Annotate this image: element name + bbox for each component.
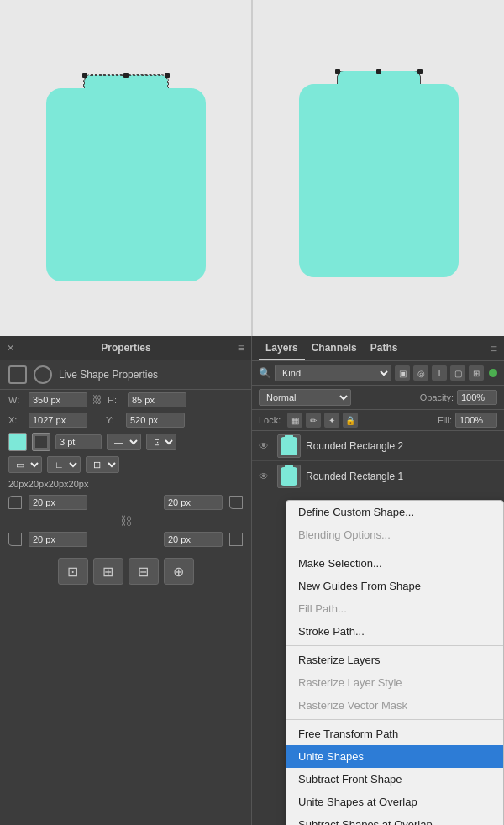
stroke-dash-select[interactable]: ⊞ [86, 456, 119, 473]
lock-icons: ▦ ✏ ✦ 🔒 [287, 412, 358, 428]
align-btn-4[interactable]: ⊕ [164, 558, 194, 585]
panel-title: Properties [101, 342, 150, 354]
chain-icon[interactable]: ⛓ [120, 514, 132, 528]
opacity-input[interactable] [457, 390, 497, 405]
panel-footer-buttons: ⊡ ⊞ ⊟ ⊕ [0, 549, 251, 593]
corner-radius-label: 20px20px20px20px [0, 476, 251, 492]
layers-search-row: 🔍 Kind ▣ ◎ T ▢ ⊞ [252, 361, 504, 386]
canvas-left [0, 0, 251, 336]
corner-top-row [0, 492, 251, 512]
lock-artboard-btn[interactable]: 🔒 [343, 412, 358, 428]
tab-paths[interactable]: Paths [364, 336, 405, 360]
layer-item-2[interactable]: 👁 Rounded Rectangle 2 [252, 431, 504, 461]
properties-panel: ✕ Properties ≡ Live Shape Properties W: … [0, 336, 252, 825]
corner-tr-icon [229, 496, 243, 509]
stroke-width-input[interactable] [55, 434, 102, 449]
corner-br-input[interactable] [164, 532, 223, 547]
layer-thumb-inner-2 [281, 437, 297, 455]
w-label: W: [8, 395, 24, 405]
menu-unite-shapes[interactable]: Unite Shapes [286, 745, 503, 768]
rhandle-tl [335, 69, 340, 74]
menu-unite-overlap[interactable]: Unite Shapes at Overlap [286, 791, 503, 813]
tab-layers[interactable]: Layers [259, 336, 305, 360]
stroke-align-select[interactable]: ⊡ [146, 434, 176, 450]
layer-name-2: Rounded Rectangle 2 [306, 440, 497, 452]
layer-eye-1[interactable]: 👁 [259, 470, 272, 482]
align-btn-1[interactable]: ⊡ [58, 558, 88, 585]
layer-eye-2[interactable]: 👁 [259, 440, 272, 452]
menu-new-guides[interactable]: New Guides From Shape [286, 575, 503, 597]
layer-name-1: Rounded Rectangle 1 [306, 470, 497, 482]
menu-rasterize-layers[interactable]: Rasterize Layers [286, 649, 503, 671]
handle-tr [165, 73, 170, 78]
panel-close-button[interactable]: ✕ [7, 343, 14, 354]
clipboard-shape-right [299, 67, 459, 269]
filter-shape-icon[interactable]: ▢ [450, 365, 465, 381]
align-btn-2[interactable]: ⊞ [93, 558, 123, 585]
canvas-right [253, 0, 504, 336]
fill-label: Fill: [438, 415, 452, 425]
chain-link-row: ⛓ [0, 512, 251, 529]
menu-stroke-path[interactable]: Stroke Path... [286, 620, 503, 643]
clipboard-body-left [46, 88, 206, 281]
menu-subtract-front[interactable]: Subtract Front Shape [286, 768, 503, 791]
menu-define-custom-shape[interactable]: Define Custom Shape... [286, 501, 503, 523]
layers-blending-row: Normal Opacity: [252, 386, 504, 410]
h-label: H: [108, 395, 123, 405]
filter-smart-icon[interactable]: ⊞ [469, 365, 484, 381]
bottom-area: ✕ Properties ≡ Live Shape Properties W: … [0, 336, 504, 825]
corner-bl-input[interactable] [29, 532, 87, 547]
layer-item-1[interactable]: 👁 Rounded Rectangle 1 [252, 461, 504, 491]
tab-channels[interactable]: Channels [305, 336, 364, 360]
menu-sep-2 [286, 645, 503, 646]
filter-adjustment-icon[interactable]: ◎ [413, 365, 428, 381]
handle-tl [82, 73, 87, 78]
corner-tr-input[interactable] [164, 495, 223, 510]
menu-rasterize-mask: Rasterize Vector Mask [286, 694, 503, 717]
h-input[interactable] [128, 392, 186, 407]
menu-sep-1 [286, 549, 503, 549]
wh-row: W: ⛓ H: [0, 390, 251, 410]
handle-tm [123, 73, 129, 78]
lock-transparent-btn[interactable]: ▦ [287, 412, 302, 428]
menu-make-selection[interactable]: Make Selection... [286, 552, 503, 575]
x-input[interactable] [29, 412, 87, 428]
filter-pixel-icon[interactable]: ▣ [395, 365, 410, 381]
link-icon-wh: ⛓ [92, 394, 102, 406]
color-stroke-row: — ⊡ [0, 430, 251, 454]
w-input[interactable] [29, 392, 87, 407]
stroke-join-select[interactable]: ∟ [47, 456, 81, 473]
layers-menu-icon[interactable]: ≡ [491, 342, 497, 355]
panel-header: ✕ Properties ≡ [0, 336, 251, 360]
live-shape-label: Live Shape Properties [59, 369, 158, 381]
corner-tl-input[interactable] [29, 495, 87, 510]
stroke-color-swatch[interactable] [32, 433, 50, 451]
menu-sep-3 [286, 719, 503, 720]
stroke-type-select[interactable]: — [107, 434, 141, 450]
stroke-cap-select[interactable]: ▭ [8, 456, 42, 473]
clipboard-shape-left [46, 71, 206, 265]
fill-color-swatch[interactable] [8, 433, 27, 451]
menu-free-transform[interactable]: Free Transform Path [286, 723, 503, 745]
menu-subtract-overlap[interactable]: Subtract Shapes at Overlap [286, 813, 503, 825]
rhandle-tr [417, 69, 423, 74]
corner-br-icon [229, 533, 243, 546]
layers-filter-icons: ▣ ◎ T ▢ ⊞ [395, 365, 497, 381]
lock-pixels-btn[interactable]: ✏ [306, 412, 321, 428]
y-label: Y: [106, 415, 121, 425]
corner-bl-icon [8, 533, 22, 546]
layer-thumb-2 [277, 434, 301, 458]
xy-row: X: Y: [0, 410, 251, 430]
filter-type-icon[interactable]: T [432, 365, 447, 381]
align-btn-3[interactable]: ⊟ [129, 558, 159, 585]
menu-rasterize-style: Rasterize Layer Style [286, 671, 503, 694]
layers-kind-select[interactable]: Kind [275, 365, 391, 381]
panel-menu-icon[interactable]: ≡ [238, 341, 244, 355]
lock-position-btn[interactable]: ✦ [324, 412, 339, 428]
blending-mode-select[interactable]: Normal [259, 389, 351, 406]
y-input[interactable] [126, 412, 185, 428]
fill-input[interactable] [455, 412, 497, 428]
live-shape-icon2 [34, 365, 52, 384]
clipboard-body-right [299, 84, 459, 277]
layers-lock-row: Lock: ▦ ✏ ✦ 🔒 Fill: [252, 410, 504, 431]
